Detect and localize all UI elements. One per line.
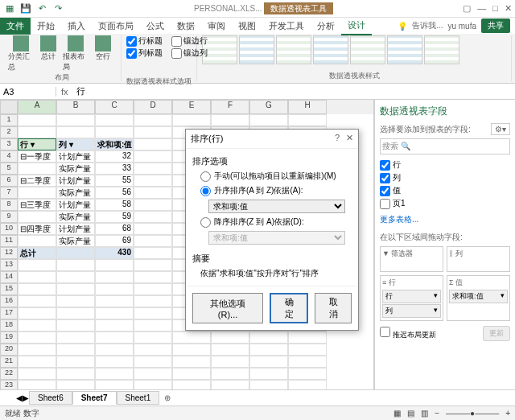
sheet-tab[interactable]: Sheet7	[72, 391, 117, 405]
chk-banded-cols[interactable]: 镶边列	[171, 47, 208, 59]
radio-descending[interactable]: 降序排序(Z 到 A)依据(D):	[200, 216, 352, 228]
other-options-button[interactable]: 其他选项(R)...	[192, 293, 263, 323]
gear-icon[interactable]: ⚙▾	[491, 123, 510, 135]
tab-design[interactable]: 设计	[341, 17, 372, 35]
zoom-slider[interactable]: ———●———	[446, 409, 499, 418]
style-swatch[interactable]	[313, 35, 348, 64]
add-sheet-icon[interactable]: ⊕	[159, 393, 175, 402]
formula-bar: A3 fx 行	[0, 84, 515, 100]
style-gallery[interactable]	[202, 35, 506, 64]
ascending-field-select[interactable]: 求和项:值	[208, 200, 345, 213]
style-swatch[interactable]	[239, 35, 274, 64]
tab-formulas[interactable]: 公式	[140, 18, 171, 35]
ribbon: 分类汇总 总计 报表布局 空行 布局 行标题 列标题 镶边行 镶边列 数据透视表…	[0, 34, 515, 84]
fx-icon[interactable]: fx	[56, 87, 73, 97]
pivot-field-pane: 数据透视表字段 选择要添加到报表的字段: ⚙▾ 搜索 🔍 行 列 值 页1 更多…	[374, 100, 515, 389]
tab-developer[interactable]: 开发工具	[262, 18, 311, 35]
chk-banded-rows[interactable]: 镶边行	[171, 35, 208, 47]
contextual-tab-label: 数据透视表工具	[264, 2, 333, 14]
title-bar: ▦ 💾 ↶ ↷ PERSONAL.XLS... 数据透视表工具 ▢ — □ ✕	[0, 0, 515, 18]
more-tables-link[interactable]: 更多表格...	[380, 214, 510, 225]
style-swatch[interactable]	[276, 35, 311, 64]
descending-field-select[interactable]: 求和项:值	[208, 231, 345, 245]
defer-checkbox[interactable]: 推迟布局更新	[380, 327, 436, 340]
style-swatch[interactable]	[387, 35, 422, 64]
col-header[interactable]: F	[211, 100, 249, 114]
radio-manual[interactable]: 手动(可以拖动项目以重新编排)(M)	[200, 171, 352, 182]
col-header[interactable]: G	[249, 100, 288, 114]
close-icon[interactable]: ✕	[505, 3, 512, 14]
ribbon-group-layout: 分类汇总 总计 报表布局 空行 布局	[3, 35, 122, 81]
report-layout-button[interactable]: 报表布局	[63, 35, 89, 72]
search-input[interactable]: 搜索 🔍	[380, 138, 510, 154]
formula-input[interactable]: 行	[73, 85, 515, 97]
sheet-tab[interactable]: Sheet6	[29, 391, 72, 405]
tab-data[interactable]: 数据	[171, 18, 201, 35]
cancel-button[interactable]: 取消	[315, 293, 352, 323]
columns-dropzone[interactable]: ‖ 列	[447, 246, 510, 272]
save-icon[interactable]: 💾	[19, 2, 32, 15]
tab-analyze[interactable]: 分析	[311, 18, 341, 35]
pane-title: 数据透视表字段	[380, 105, 510, 118]
col-header[interactable]: B	[56, 100, 95, 114]
col-header[interactable]: C	[95, 100, 134, 114]
ok-button[interactable]: 确定	[270, 293, 308, 323]
close-icon[interactable]: ✕	[346, 133, 353, 145]
name-box[interactable]: A3	[0, 87, 56, 97]
view-normal-icon[interactable]: ▦	[393, 409, 401, 418]
tellme-input[interactable]: 告诉我...	[412, 20, 443, 31]
sheet-tab[interactable]: Sheet1	[117, 391, 160, 405]
drop-item[interactable]: 求和项:值▾	[449, 290, 508, 303]
update-button[interactable]: 更新	[483, 326, 510, 341]
col-header[interactable]: D	[134, 100, 172, 114]
help-icon[interactable]: ?	[335, 133, 340, 145]
tab-home[interactable]: 开始	[31, 18, 61, 35]
share-button[interactable]: 共享	[481, 19, 510, 33]
blank-rows-button[interactable]: 空行	[90, 35, 116, 72]
radio-ascending[interactable]: 升序排序(A 到 Z)依据(A):	[200, 185, 352, 196]
sheet-tabs: ◀ ▶ Sheet6 Sheet7 Sheet1 ⊕	[0, 389, 515, 406]
sheet-nav-prev-icon[interactable]: ◀	[16, 393, 23, 402]
rows-dropzone[interactable]: ≡ 行 行▾ 列▾	[380, 275, 443, 321]
col-header[interactable]: A	[18, 100, 56, 114]
ribbon-tabs: 文件 开始 插入 页面布局 公式 数据 审阅 视图 开发工具 分析 设计 💡 告…	[0, 18, 515, 34]
maximize-icon[interactable]: □	[492, 3, 498, 14]
redo-icon[interactable]: ↷	[52, 2, 64, 15]
drop-item[interactable]: 列▾	[382, 304, 441, 318]
quick-access-toolbar: ▦ 💾 ↶ ↷	[3, 2, 64, 15]
col-header[interactable]: H	[288, 100, 327, 114]
grandtotal-button[interactable]: 总计	[35, 35, 61, 72]
values-dropzone[interactable]: Σ 值 求和项:值▾	[447, 275, 510, 321]
col-header[interactable]: E	[172, 100, 211, 114]
style-swatch[interactable]	[424, 35, 459, 64]
excel-icon: ▦	[3, 2, 16, 15]
field-list: 行 列 值 页1	[380, 159, 510, 209]
minimize-icon[interactable]: —	[477, 3, 486, 14]
tab-review[interactable]: 审阅	[201, 18, 232, 35]
style-swatch[interactable]	[350, 35, 385, 64]
tab-file[interactable]: 文件	[0, 18, 31, 35]
subtotal-button[interactable]: 分类汇总	[8, 35, 34, 72]
sheet-nav-next-icon[interactable]: ▶	[23, 393, 29, 402]
field-item[interactable]: 值	[380, 185, 510, 196]
status-bar: 就绪 数字 ▦ ▤ ▥ − ———●——— +	[0, 406, 515, 420]
undo-icon[interactable]: ↶	[35, 2, 48, 15]
view-page-icon[interactable]: ▤	[407, 409, 414, 418]
sort-dialog: 排序(行) ? ✕ 排序选项 手动(可以拖动项目以重新编排)(M) 升序排序(A…	[185, 129, 359, 331]
tab-layout[interactable]: 页面布局	[92, 18, 140, 35]
zoom-in-icon[interactable]: +	[505, 409, 510, 418]
field-item[interactable]: 页1	[380, 198, 510, 209]
field-item[interactable]: 行	[380, 159, 510, 171]
view-break-icon[interactable]: ▥	[421, 409, 428, 418]
zoom-out-icon[interactable]: −	[435, 409, 439, 418]
tellme-icon[interactable]: 💡	[398, 22, 407, 31]
tab-insert[interactable]: 插入	[61, 18, 92, 35]
ribbon-options-icon[interactable]: ▢	[463, 3, 471, 14]
drop-item[interactable]: 行▾	[382, 290, 441, 303]
user-name[interactable]: yu mufa	[447, 22, 476, 31]
filter-dropzone[interactable]: ▼ 筛选器	[380, 246, 443, 272]
tab-view[interactable]: 视图	[232, 18, 262, 35]
field-item[interactable]: 列	[380, 172, 510, 183]
dialog-title: 排序(行)	[191, 133, 223, 145]
select-all-corner[interactable]	[0, 100, 18, 114]
